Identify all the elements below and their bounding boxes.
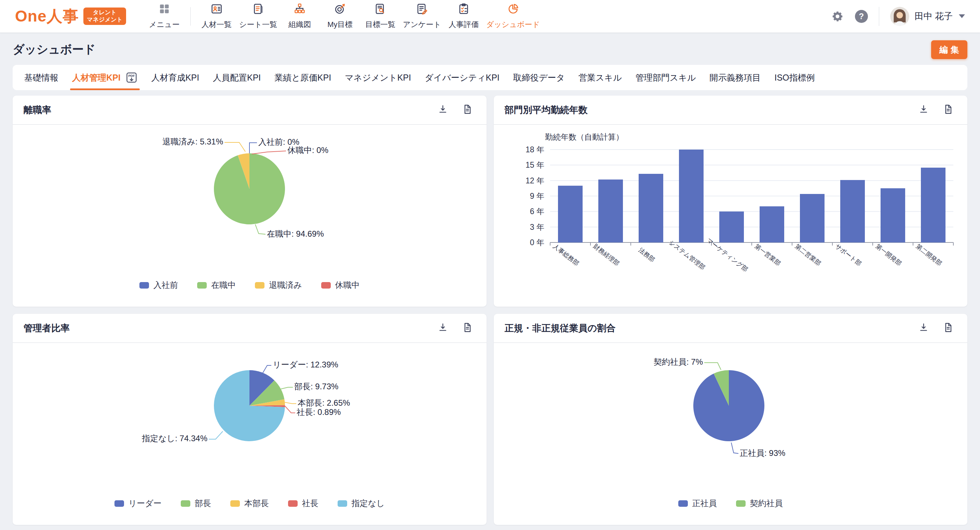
tab-sales-skill[interactable]: 営業スキル: [572, 65, 629, 90]
legend-item[interactable]: 退職済み: [255, 280, 302, 290]
bar-8[interactable]: [881, 188, 905, 243]
nav-item-dashboard[interactable]: ダッシュボード: [486, 3, 540, 30]
legend-swatch: [678, 500, 688, 507]
file-icon[interactable]: [462, 322, 473, 334]
legend-label: 入社前: [153, 280, 178, 290]
legend-item[interactable]: 休職中: [321, 280, 360, 290]
nav-item-org-chart[interactable]: 組織図: [282, 3, 317, 30]
nav-item-menu[interactable]: メニュー: [146, 3, 182, 30]
pie-callout-label: 契約社員: 7%: [653, 357, 703, 367]
tab-board-data[interactable]: 取締役データ: [506, 65, 572, 90]
pie-callout-label: 正社員: 93%: [740, 448, 785, 458]
legend-item[interactable]: リーダー: [115, 498, 162, 509]
bar-0[interactable]: [558, 186, 582, 243]
bar-1[interactable]: [598, 179, 623, 243]
callout-leader: [252, 151, 286, 154]
manager-ratio-pie-chart: リーダー: 12.39%部長: 9.73%本部長: 2.65%社長: 0.89%…: [13, 343, 486, 493]
help-icon[interactable]: ?: [855, 10, 868, 23]
tab-iso-indicators[interactable]: ISO指標例: [768, 65, 822, 90]
svg-text:PDF: PDF: [128, 74, 135, 78]
legend-swatch: [181, 500, 190, 507]
tab-staffing-kpi[interactable]: 人員配置KPI: [206, 65, 267, 90]
legend-item[interactable]: 指定なし: [337, 498, 385, 509]
download-icon[interactable]: [918, 322, 929, 334]
user-name: 田中 花子: [915, 10, 953, 22]
pie-callout-label: リーダー: 12.39%: [273, 360, 338, 369]
avatar: [890, 7, 909, 26]
callout-leader: [209, 431, 223, 439]
org-chart-icon: [294, 3, 306, 17]
card-employment-type-ratio: 正規・非正規従業員の割合 正社員: 93%契約社員: 7% 正社員契約社員: [494, 314, 968, 525]
legend-item[interactable]: 在職中: [197, 280, 236, 290]
legend-label: 部長: [195, 498, 211, 509]
download-icon[interactable]: [918, 104, 929, 116]
legend-swatch: [255, 282, 264, 289]
nav-item-my-goal[interactable]: My目標: [322, 3, 358, 30]
y-axis-tick-label: 15 年: [525, 160, 544, 170]
bar-4[interactable]: [719, 211, 744, 243]
tab-performance-cost-kpi[interactable]: 業績と原価KPI: [267, 65, 338, 90]
legend-label: 指定なし: [352, 498, 385, 509]
settings-gear-icon[interactable]: [831, 10, 844, 23]
x-axis-category-label: 第二営業部: [794, 243, 822, 267]
legend-label: 契約社員: [750, 498, 783, 509]
card-actions: [438, 322, 473, 334]
y-axis-tick-label: 6 年: [530, 207, 544, 216]
callout-leader: [250, 143, 257, 153]
bar-5[interactable]: [760, 206, 784, 243]
tab-hr-development-kpi[interactable]: 人材育成KPI: [145, 65, 206, 90]
x-axis-category-label: 第二開発部: [915, 243, 943, 267]
tenure-bar-chart: 勤続年数（自動計算）0 年3 年6 年9 年12 年15 年18 年人事総務部財…: [494, 125, 967, 285]
nav-item-sheet-list[interactable]: シート一覧: [239, 3, 277, 30]
page: ダッシュボード 編集 基礎情報 人材管理KPI PDF 人材育成KPI 人員配置…: [0, 33, 980, 525]
legend-label: リーダー: [129, 498, 162, 509]
bar-9[interactable]: [921, 168, 945, 243]
tab-hr-management-kpi[interactable]: 人材管理KPI PDF: [65, 65, 145, 90]
file-icon[interactable]: [943, 322, 954, 334]
y-axis-tick-label: 18 年: [525, 145, 544, 154]
legend-item[interactable]: 本部長: [230, 498, 269, 509]
user-menu[interactable]: 田中 花子: [890, 7, 965, 26]
edit-button[interactable]: 編集: [931, 40, 967, 59]
nav-item-evaluation[interactable]: 人事評価: [446, 3, 482, 30]
pie-callout-label: 部長: 9.73%: [294, 382, 338, 391]
callout-leader: [731, 443, 738, 454]
legend-swatch: [321, 282, 331, 289]
card-title: 離職率: [24, 104, 51, 116]
turnover-pie-chart: 入社前: 0%在職中: 94.69%退職済み: 5.31%休職中: 0%: [13, 125, 486, 275]
nav-item-label: My目標: [327, 19, 352, 30]
bar-7[interactable]: [840, 180, 865, 243]
tab-disclosure-items[interactable]: 開示義務項目: [703, 65, 768, 90]
file-icon[interactable]: [462, 104, 473, 116]
legend-item[interactable]: 部長: [181, 498, 211, 509]
download-icon[interactable]: [438, 104, 448, 116]
download-icon[interactable]: [438, 322, 448, 334]
legend-label: 休職中: [335, 280, 360, 290]
nav-right-divider: [879, 7, 879, 26]
pdf-download-icon[interactable]: PDF: [126, 71, 138, 84]
nav-item-survey[interactable]: アンケート: [403, 3, 441, 30]
nav-item-goal-list[interactable]: 目標一覧: [363, 3, 398, 30]
nav-item-people-list[interactable]: 人材一覧: [199, 3, 234, 30]
brand-logo-text: One人事: [15, 6, 79, 27]
bar-6[interactable]: [800, 194, 824, 243]
tab-basic-info[interactable]: 基礎情報: [18, 65, 65, 90]
pie-slice-0[interactable]: [693, 370, 764, 441]
nav-item-label: アンケート: [403, 19, 441, 30]
bar-2[interactable]: [639, 174, 663, 243]
callout-leader: [281, 387, 293, 389]
card-header: 管理者比率: [13, 314, 487, 343]
tab-diversity-kpi[interactable]: ダイバーシティKPI: [418, 65, 506, 90]
brand-logo[interactable]: One人事 タレントマネジメント: [15, 6, 126, 27]
legend-item[interactable]: 入社前: [139, 280, 178, 290]
legend-item[interactable]: 契約社員: [736, 498, 783, 509]
tab-admin-skill[interactable]: 管理部門スキル: [629, 65, 703, 90]
legend-item[interactable]: 正社員: [678, 498, 717, 509]
people-list-icon: [210, 3, 223, 17]
tab-management-kpi[interactable]: マネジメントKPI: [338, 65, 418, 90]
bar-3[interactable]: [679, 149, 703, 243]
goal-list-icon: [374, 3, 387, 17]
legend-item[interactable]: 社長: [288, 498, 318, 509]
file-icon[interactable]: [943, 104, 954, 116]
nav-item-label: 人材一覧: [202, 19, 232, 30]
